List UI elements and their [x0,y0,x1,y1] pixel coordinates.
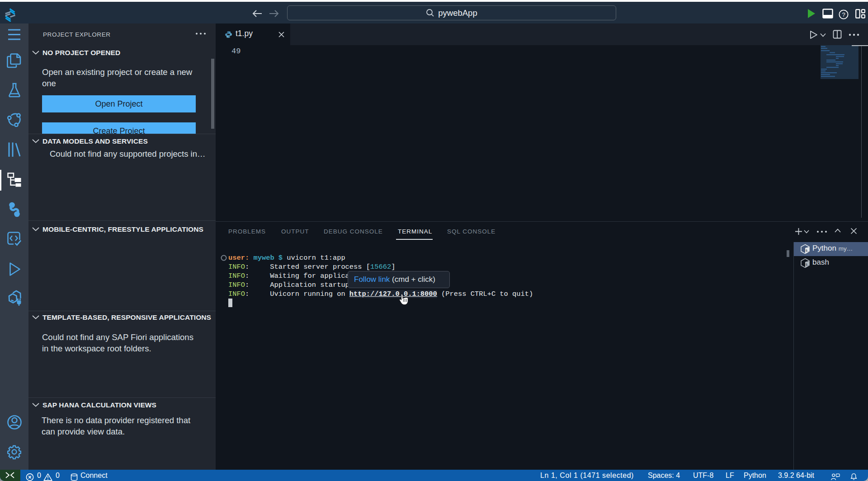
svg-text:?: ? [842,11,845,18]
